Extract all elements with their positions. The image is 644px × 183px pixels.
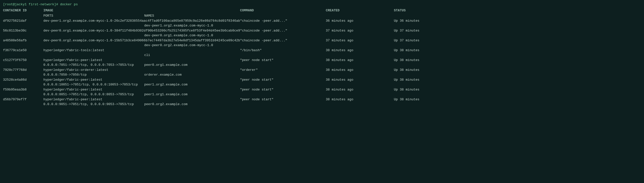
status-2: Up 37 minutes <box>394 38 449 43</box>
table-row: 56c0113be30c dev-peer0.org1.example.com-… <box>3 28 641 33</box>
command-2: "chaincode -peer.add..." <box>240 38 326 43</box>
command-4: "peer node start" <box>240 58 326 63</box>
prompt-line: [root@jacky1 first-network]# docker ps <box>3 2 641 7</box>
header-image: IMAGE <box>43 8 240 13</box>
status-8: Up 38 minutes <box>394 97 449 102</box>
table-row-sub-7: 0.0.0.0:8051->7051/tcp, 0.0.0.0:8053->70… <box>3 92 641 97</box>
status-4: Up 38 minutes <box>394 58 449 63</box>
command-3: "/bin/bash" <box>240 48 326 53</box>
ports-3 <box>43 53 144 58</box>
container-id-5: 7920c77f768d <box>3 68 43 73</box>
container-id-8: d56b7979ef7f <box>3 97 43 102</box>
header-command: COMMAND <box>240 8 326 13</box>
image-2: dev-peer0.org2.example.com-mycc-1.0-15b5… <box>43 38 240 43</box>
command-0: "chaincode -peer.add..." <box>240 18 326 23</box>
container-id-3: f36779ca1e50 <box>3 48 43 53</box>
header-container-id: CONTAINER ID <box>3 8 43 13</box>
names-1: dev-peer0.org1.example.com-mycc-1.0 <box>144 33 240 38</box>
names-8: peer0.org2.example.com <box>144 102 240 107</box>
ports-0 <box>43 23 144 28</box>
table-row-sub-6: 0.0.0.0:10051->7051/tcp, 0.0.0.0:10053->… <box>3 82 641 87</box>
table-row: a48508e56afb dev-peer0.org2.example.com-… <box>3 38 641 43</box>
image-8: hyperledger/fabric-peer:latest <box>43 97 240 102</box>
command-7: "peer node start" <box>240 87 326 92</box>
created-0: 36 minutes ago <box>326 18 394 23</box>
image-3: hyperledger/fabric-tools:latest <box>43 48 240 53</box>
created-6: 38 minutes ago <box>326 77 394 82</box>
container-id-4: c5127f3f6750 <box>3 58 43 63</box>
table-row-sub-1: dev-peer0.org1.example.com-mycc-1.0 <box>3 33 641 38</box>
container-id-2: a48508e56afb <box>3 38 43 43</box>
table-row: c5127f3f6750 hyperledger/fabric-peer:lat… <box>3 58 641 63</box>
table-row: 32528ce4a86d hyperledger/fabric-peer:lat… <box>3 77 641 82</box>
container-id-0: df9275621daf <box>3 18 43 23</box>
created-7: 38 minutes ago <box>326 87 394 92</box>
ports-1 <box>43 33 144 38</box>
table-row: f59b95eaa3b8 hyperledger/fabric-peer:lat… <box>3 87 641 92</box>
ports-7: 0.0.0.0:8051->7051/tcp, 0.0.0.0:8053->70… <box>43 92 144 97</box>
image-5: hyperledger/fabric-orderer:latest <box>43 68 240 73</box>
image-7: hyperledger/fabric-peer:latest <box>43 87 240 92</box>
command-1: "chaincode -peer.add..." <box>240 28 326 33</box>
created-2: 37 minutes ago <box>326 38 394 43</box>
created-1: 37 minutes ago <box>326 28 394 33</box>
image-1: dev-peer0.org1.example.com-mycc-1.0-384f… <box>43 28 240 33</box>
table-row-sub-4: 0.0.0.0:7051->7051/tcp, 0.0.0.0:7053->70… <box>3 63 641 68</box>
header-ports-indent <box>3 13 43 18</box>
ports-4: 0.0.0.0:7051->7051/tcp, 0.0.0.0:7053->70… <box>43 63 144 68</box>
ports-5: 0.0.0.0:7050->7050/tcp <box>43 72 144 77</box>
image-4: hyperledger/fabric-peer:latest <box>43 58 240 63</box>
command-6: "peer node start" <box>240 77 326 82</box>
created-3: 38 minutes ago <box>326 48 394 53</box>
header-ports: PORTS <box>43 13 144 18</box>
image-6: hyperledger/fabric-peer:latest <box>43 77 240 82</box>
status-7: Up 38 minutes <box>394 87 449 92</box>
status-5: Up 38 minutes <box>394 68 449 73</box>
status-1: Up 37 minutes <box>394 28 449 33</box>
container-id-1: 56c0113be30c <box>3 28 43 33</box>
ports-2 <box>43 43 144 48</box>
names-5: orderer.example.com <box>144 72 240 77</box>
container-id-6: 32528ce4a86d <box>3 77 43 82</box>
created-8: 38 minutes ago <box>326 97 394 102</box>
table-row: df9275621daf dev-peer1.org2.example.com-… <box>3 18 641 23</box>
header-names: NAMES <box>144 13 240 18</box>
table-subheader: PORTS NAMES <box>3 13 641 18</box>
table-row-sub-3: cli <box>3 53 641 58</box>
names-4: peer0.org1.example.com <box>144 63 240 68</box>
names-0: dev-peer1.org2.example.com-mycc-1.0 <box>144 23 240 28</box>
command-5: "orderer" <box>240 68 326 73</box>
command-8: "peer node start" <box>240 97 326 102</box>
table-row-sub-8: 0.0.0.0:9051->7051/tcp, 0.0.0.0:9053->70… <box>3 102 641 107</box>
names-3: cli <box>144 53 240 58</box>
container-id-7: f59b95eaa3b8 <box>3 87 43 92</box>
table-header: CONTAINER ID IMAGE COMMAND CREATED STATU… <box>3 8 641 13</box>
ports-8: 0.0.0.0:9051->7051/tcp, 0.0.0.0:9053->70… <box>43 102 144 107</box>
status-3: Up 38 minutes <box>394 48 449 53</box>
table-row: d56b7979ef7f hyperledger/fabric-peer:lat… <box>3 97 641 102</box>
status-0: Up 36 minutes <box>394 18 449 23</box>
created-4: 38 minutes ago <box>326 58 394 63</box>
names-2: dev-peer0.org2.example.com-mycc-1.0 <box>144 43 240 48</box>
terminal: [root@jacky1 first-network]# docker ps C… <box>3 2 641 107</box>
table-row-sub-0: dev-peer1.org2.example.com-mycc-1.0 <box>3 23 641 28</box>
status-6: Up 38 minutes <box>394 77 449 82</box>
table-row-sub-5: 0.0.0.0:7050->7050/tcp orderer.example.c… <box>3 72 641 77</box>
names-7: peer1.org1.example.com <box>144 92 240 97</box>
ports-6: 0.0.0.0:10051->7051/tcp, 0.0.0.0:10053->… <box>43 82 144 87</box>
table-row: 7920c77f768d hyperledger/fabric-orderer:… <box>3 68 641 73</box>
table-row-sub-2: dev-peer0.org2.example.com-mycc-1.0 <box>3 43 641 48</box>
table-row: f36779ca1e50 hyperledger/fabric-tools:la… <box>3 48 641 53</box>
names-6: peer1.org2.example.com <box>144 82 240 87</box>
header-created: CREATED <box>326 8 394 13</box>
prompt-text: [root@jacky1 first-network]# docker ps <box>3 3 78 6</box>
header-status: STATUS <box>394 8 449 13</box>
image-0: dev-peer1.org2.example.com-mycc-1.0-26c2… <box>43 18 240 23</box>
created-5: 38 minutes ago <box>326 68 394 73</box>
